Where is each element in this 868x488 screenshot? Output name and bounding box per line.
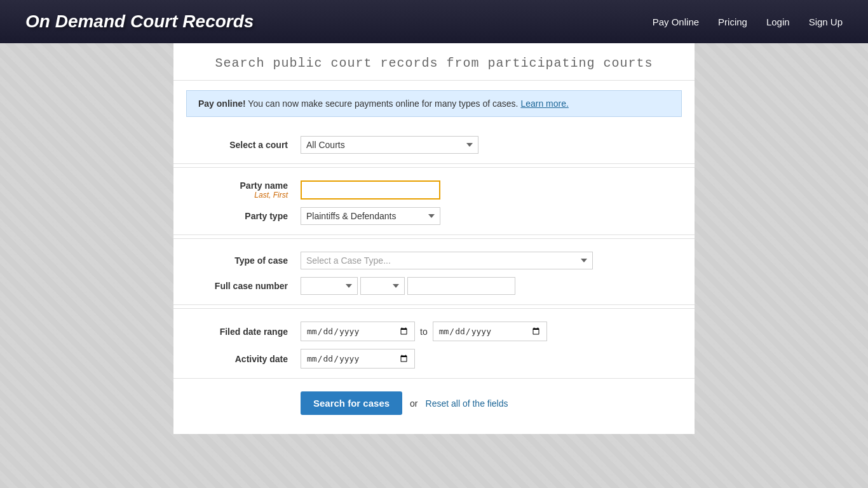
reset-link[interactable]: Reset all of the fields [426, 398, 508, 409]
notice-bold: Pay online! [198, 98, 246, 109]
case-number-label: Full case number [186, 281, 301, 291]
party-section: Party name Last, First Party type Plaint… [173, 171, 695, 235]
divider-1 [173, 167, 695, 168]
divider-3 [173, 308, 695, 309]
party-name-sublabel: Last, First [186, 191, 288, 200]
party-name-label: Party name Last, First [186, 180, 301, 200]
main-container: Search public court records from partici… [173, 43, 695, 434]
case-number-row: Full case number [186, 277, 682, 295]
nav-login[interactable]: Login [766, 17, 790, 27]
court-section: Select a court All Courts [173, 126, 695, 164]
search-button[interactable]: Search for cases [301, 391, 402, 415]
search-area: Search for cases or Reset all of the fie… [173, 379, 695, 421]
nav-pay-online[interactable]: Pay Online [653, 17, 699, 27]
notice-learn-more-link[interactable]: Learn more. [520, 98, 568, 109]
header: On Demand Court Records Pay Online Prici… [0, 0, 868, 43]
reset-prefix: or [410, 398, 417, 409]
party-name-input[interactable] [301, 180, 440, 200]
activity-date-input[interactable] [301, 349, 415, 369]
notice-banner: Pay online! You can now make secure paym… [186, 90, 682, 117]
filed-date-label: Filed date range [186, 327, 301, 337]
case-num-select-2[interactable] [360, 277, 405, 295]
page-title-bar: Search public court records from partici… [173, 43, 695, 81]
case-number-group [301, 277, 515, 295]
filed-date-group: to [301, 322, 547, 341]
court-row: Select a court All Courts [186, 136, 682, 154]
case-section: Type of case Select a Case Type... Full … [173, 242, 695, 305]
party-name-row: Party name Last, First [186, 180, 682, 200]
case-type-label: Type of case [186, 255, 301, 266]
party-type-select[interactable]: Plaintiffs & Defendants [301, 207, 440, 225]
activity-date-row: Activity date [186, 349, 682, 369]
filed-date-start-input[interactable] [301, 322, 415, 341]
filed-date-row: Filed date range to [186, 322, 682, 341]
case-type-row: Type of case Select a Case Type... [186, 252, 682, 269]
case-num-input[interactable] [407, 277, 515, 295]
date-separator: to [420, 327, 428, 337]
main-nav: Pay Online Pricing Login Sign Up [653, 17, 843, 27]
nav-pricing[interactable]: Pricing [718, 17, 747, 27]
party-type-label: Party type [186, 211, 301, 221]
page-title: Search public court records from partici… [193, 56, 675, 71]
court-select[interactable]: All Courts [301, 136, 478, 154]
notice-text: You can now make secure payments online … [248, 98, 518, 109]
case-type-select[interactable]: Select a Case Type... [301, 252, 593, 269]
divider-2 [173, 238, 695, 239]
date-section: Filed date range to Activity date [173, 312, 695, 379]
court-label: Select a court [186, 140, 301, 150]
nav-signup[interactable]: Sign Up [809, 17, 843, 27]
case-num-select-1[interactable] [301, 277, 358, 295]
filed-date-end-input[interactable] [433, 322, 547, 341]
activity-date-label: Activity date [186, 354, 301, 364]
site-logo: On Demand Court Records [25, 11, 254, 32]
search-card: Search public court records from partici… [173, 43, 695, 434]
party-type-row: Party type Plaintiffs & Defendants [186, 207, 682, 225]
